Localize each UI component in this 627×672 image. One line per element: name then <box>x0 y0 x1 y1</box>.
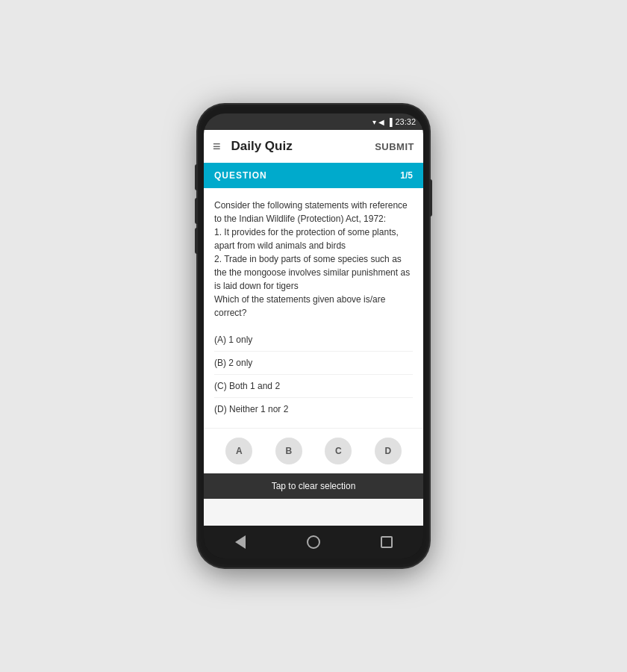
option-d[interactable]: (D) Neither 1 nor 2 <box>214 398 413 420</box>
status-time: 23:32 <box>395 117 416 126</box>
option-a[interactable]: (A) 1 only <box>214 329 413 352</box>
question-label: QUESTION <box>214 170 267 181</box>
app-title: Daily Quiz <box>231 139 375 154</box>
answer-buttons-row: A B C D <box>204 428 423 473</box>
answer-btn-a[interactable]: A <box>225 438 252 464</box>
back-icon <box>235 535 246 549</box>
submit-button[interactable]: SUBMIT <box>375 141 414 152</box>
recents-icon <box>381 536 393 548</box>
phone-screen: ▾ ◀ ▐ 23:32 ≡ Daily Quiz SUBMIT QUESTION… <box>204 113 423 559</box>
question-text: Consider the following statements with r… <box>214 199 413 320</box>
bottom-navigation <box>204 526 423 559</box>
option-c[interactable]: (C) Both 1 and 2 <box>214 375 413 398</box>
home-button[interactable] <box>303 532 324 553</box>
battery-icon: ▐ <box>387 118 392 126</box>
status-icons: ▾ ◀ ▐ <box>372 118 392 126</box>
menu-icon[interactable]: ≡ <box>213 139 221 155</box>
question-counter: 1/5 <box>400 170 413 181</box>
answer-btn-b[interactable]: B <box>275 438 302 464</box>
option-b[interactable]: (B) 2 only <box>214 352 413 375</box>
options-list: (A) 1 only (B) 2 only (C) Both 1 and 2 (… <box>214 329 413 420</box>
status-bar: ▾ ◀ ▐ 23:32 <box>204 113 423 130</box>
clear-selection-button[interactable]: Tap to clear selection <box>204 473 423 499</box>
answer-btn-d[interactable]: D <box>375 438 402 464</box>
phone-device: ▾ ◀ ▐ 23:32 ≡ Daily Quiz SUBMIT QUESTION… <box>198 105 429 567</box>
wifi-icon: ▾ <box>372 118 376 126</box>
screen-content: QUESTION 1/5 Consider the following stat… <box>204 163 423 526</box>
signal-icon: ◀ <box>378 118 384 126</box>
back-button[interactable] <box>230 532 251 553</box>
answer-btn-c[interactable]: C <box>325 438 352 464</box>
question-body: Consider the following statements with r… <box>204 188 423 428</box>
app-toolbar: ≡ Daily Quiz SUBMIT <box>204 130 423 163</box>
home-icon <box>307 535 320 549</box>
question-header: QUESTION 1/5 <box>204 163 423 188</box>
recents-button[interactable] <box>376 532 397 553</box>
